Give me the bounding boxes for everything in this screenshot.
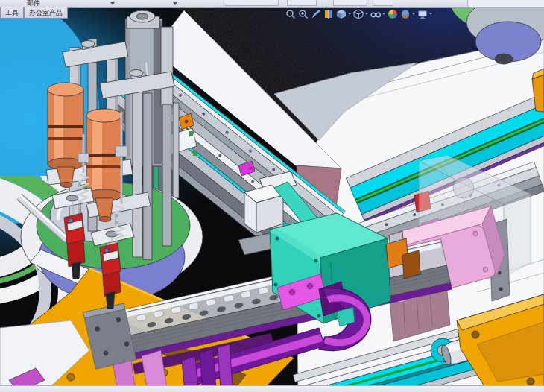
display-style-icon[interactable] [353, 9, 364, 19]
model-viewport[interactable] [0, 0, 544, 392]
zoom-to-fit-icon[interactable] [285, 9, 296, 19]
chevron-down-icon[interactable] [429, 13, 432, 15]
chevron-down-icon[interactable] [412, 13, 415, 15]
tab-tools[interactable]: 工具 [0, 7, 24, 19]
toolbar-button[interactable] [373, 0, 393, 6]
chevron-down-icon[interactable] [110, 2, 115, 5]
edit-appearance-icon[interactable] [388, 9, 398, 19]
toolbar-button[interactable] [287, 0, 317, 6]
toolbar-button[interactable] [333, 0, 367, 6]
chevron-down-icon[interactable] [348, 13, 351, 15]
chevron-down-icon[interactable] [365, 13, 368, 15]
zoom-to-area-icon[interactable] [298, 9, 309, 19]
top-toolbar: 部件 [0, 0, 544, 8]
view-settings-icon[interactable] [417, 9, 428, 19]
tab-office-products[interactable]: 办公室产品 [24, 7, 68, 19]
chevron-down-icon[interactable] [173, 2, 177, 5]
apply-scene-icon[interactable] [400, 9, 411, 19]
chevron-down-icon[interactable] [382, 13, 385, 15]
command-manager-tabs: 工具 办公室产品 [0, 7, 68, 19]
heads-up-view-toolbar [285, 8, 432, 19]
slim-actuator[interactable] [161, 27, 173, 106]
application-window: 部件 工具 办公室产品 [0, 0, 544, 392]
toolbar-right-panel [467, 0, 544, 8]
view-orientation-icon[interactable] [336, 9, 347, 19]
hide-show-items-icon[interactable] [370, 9, 381, 19]
status-bar [0, 385, 544, 392]
toolbar-button[interactable] [224, 0, 279, 6]
section-view-icon[interactable] [323, 9, 334, 19]
previous-view-icon[interactable] [311, 9, 321, 19]
